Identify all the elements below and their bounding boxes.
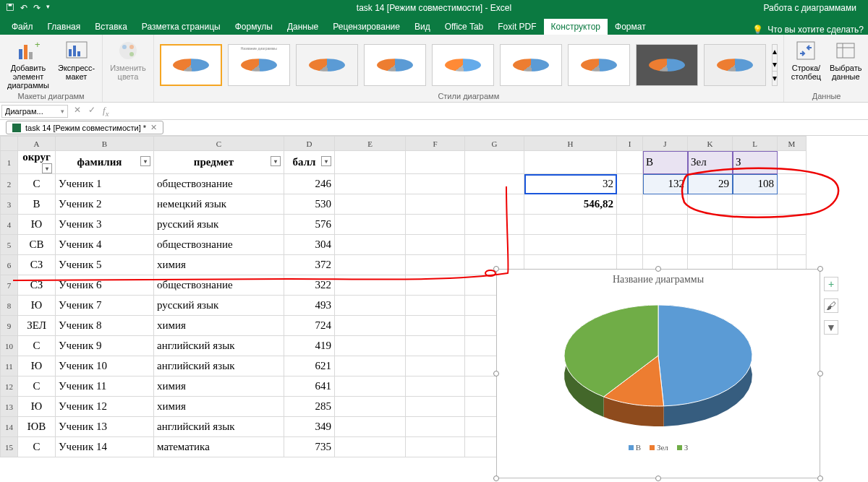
col-header[interactable]: L	[733, 137, 778, 151]
row-header[interactable]: 15	[1, 437, 18, 457]
row-header[interactable]: 9	[1, 316, 18, 336]
tab-formulas[interactable]: Формулы	[228, 19, 280, 35]
row-header[interactable]: 1	[1, 151, 18, 174]
cell[interactable]: балл▾	[284, 151, 335, 174]
col-header[interactable]: A	[18, 137, 56, 151]
chart-filter-button[interactable]: ▼	[824, 320, 838, 335]
cell[interactable]: 246	[284, 174, 335, 194]
cell[interactable]: 29	[688, 174, 733, 194]
name-box[interactable]: Диаграм... ▾	[1, 105, 68, 118]
cell[interactable]: английский язык	[154, 417, 284, 437]
chart-elements-button[interactable]: +	[824, 277, 838, 291]
cell[interactable]: русский язык	[154, 215, 284, 235]
chart-legend[interactable]: В Зел З	[497, 439, 820, 452]
cell[interactable]: Ю	[18, 296, 56, 316]
cell[interactable]: обществознание	[154, 235, 284, 255]
row-header[interactable]: 10	[1, 336, 18, 356]
chart-plot-area[interactable]	[497, 287, 820, 439]
resize-handle[interactable]	[493, 371, 499, 376]
chart-style-7[interactable]	[568, 44, 630, 86]
tab-view[interactable]: Вид	[407, 19, 438, 35]
filter-button[interactable]: ▾	[321, 156, 331, 166]
tab-design[interactable]: Конструктор	[544, 19, 608, 35]
filter-button[interactable]: ▾	[140, 156, 150, 166]
chart-style-5[interactable]	[432, 44, 494, 86]
cell[interactable]: 285	[284, 397, 335, 417]
cell[interactable]: округ▾	[18, 151, 56, 174]
cell[interactable]: Ю	[18, 397, 56, 417]
resize-handle[interactable]	[655, 475, 661, 481]
chart-style-4[interactable]	[364, 44, 426, 86]
close-icon[interactable]: ✕	[150, 123, 157, 132]
cell[interactable]: С	[18, 174, 56, 194]
cell[interactable]: СВ	[18, 235, 56, 255]
cell[interactable]: Ученик 7	[56, 296, 154, 316]
row-header[interactable]: 4	[1, 215, 18, 235]
tab-foxit[interactable]: Foxit PDF	[490, 19, 543, 35]
row-header[interactable]: 5	[1, 235, 18, 255]
col-header[interactable]: B	[56, 137, 154, 151]
col-header[interactable]: I	[617, 137, 643, 151]
chart-style-6[interactable]	[500, 44, 562, 86]
cell[interactable]: Ученик 1	[56, 174, 154, 194]
tab-review[interactable]: Рецензирование	[326, 19, 407, 35]
resize-handle[interactable]	[817, 371, 823, 376]
workbook-tab[interactable]: task 14 [Режим совместимости] * ✕	[6, 121, 163, 134]
cell[interactable]: ЗЕЛ	[18, 316, 56, 336]
cell[interactable]: 304	[284, 235, 335, 255]
cell[interactable]: немецкий язык	[154, 194, 284, 215]
cell[interactable]: 372	[284, 255, 335, 275]
col-header[interactable]: E	[335, 137, 406, 151]
cell[interactable]: С	[18, 376, 56, 397]
tell-me[interactable]: 💡 Что вы хотите сделать?	[752, 25, 864, 35]
cell[interactable]: английский язык	[154, 336, 284, 356]
cell[interactable]: С	[18, 437, 56, 457]
cell[interactable]: 32	[524, 174, 617, 194]
col-header[interactable]: J	[643, 137, 688, 151]
cell[interactable]: 576	[284, 215, 335, 235]
cell[interactable]: химия	[154, 316, 284, 336]
cell[interactable]: обществознание	[154, 174, 284, 194]
worksheet-grid[interactable]: A B C D E F G H I J K L M 1 округ▾ фамил…	[0, 136, 868, 481]
col-header[interactable]: F	[406, 137, 465, 151]
cell[interactable]: химия	[154, 397, 284, 417]
tab-officetab[interactable]: Office Tab	[438, 19, 491, 35]
cell[interactable]: Ю	[18, 215, 56, 235]
row-header[interactable]: 8	[1, 296, 18, 316]
col-header[interactable]: D	[284, 137, 335, 151]
chart-style-2[interactable]: Название диаграммы	[228, 44, 290, 86]
col-header[interactable]: K	[688, 137, 733, 151]
add-chart-element-button[interactable]: + Добавить элемент диаграммы	[4, 38, 52, 91]
cell[interactable]: 493	[284, 296, 335, 316]
cell[interactable]: Ученик 14	[56, 437, 154, 457]
tab-file[interactable]: Файл	[4, 19, 41, 35]
cell[interactable]: Ученик 2	[56, 194, 154, 215]
cell[interactable]: предмет▾	[154, 151, 284, 174]
cell[interactable]: СЗ	[18, 275, 56, 296]
row-header[interactable]: 6	[1, 255, 18, 275]
resize-handle[interactable]	[655, 266, 661, 272]
cell[interactable]: ЮВ	[18, 417, 56, 437]
cell[interactable]: Ученик 10	[56, 356, 154, 376]
row-header[interactable]: 11	[1, 356, 18, 376]
cell[interactable]: 419	[284, 336, 335, 356]
cell[interactable]: Ученик 12	[56, 397, 154, 417]
cell[interactable]: Зел	[688, 151, 733, 174]
tab-format[interactable]: Формат	[608, 19, 653, 35]
cell[interactable]: 108	[733, 174, 778, 194]
undo-icon[interactable]: ↶	[20, 3, 27, 14]
row-header[interactable]: 3	[1, 194, 18, 215]
cell[interactable]: Ученик 11	[56, 376, 154, 397]
cell[interactable]: 641	[284, 376, 335, 397]
chart-styles-gallery[interactable]: Название диаграммы ▴ ▾ ▾	[158, 38, 779, 92]
tab-home[interactable]: Главная	[41, 19, 88, 35]
cell[interactable]: химия	[154, 255, 284, 275]
cell[interactable]: 724	[284, 316, 335, 336]
select-data-button[interactable]: Выбрать данные	[827, 38, 864, 82]
chevron-down-icon[interactable]: ▾	[61, 108, 64, 115]
row-header[interactable]: 7	[1, 275, 18, 296]
cell[interactable]: В	[18, 194, 56, 215]
cell[interactable]: Ученик 5	[56, 255, 154, 275]
switch-row-col-button[interactable]: Строка/ столбец	[788, 38, 824, 82]
row-header[interactable]: 12	[1, 376, 18, 397]
